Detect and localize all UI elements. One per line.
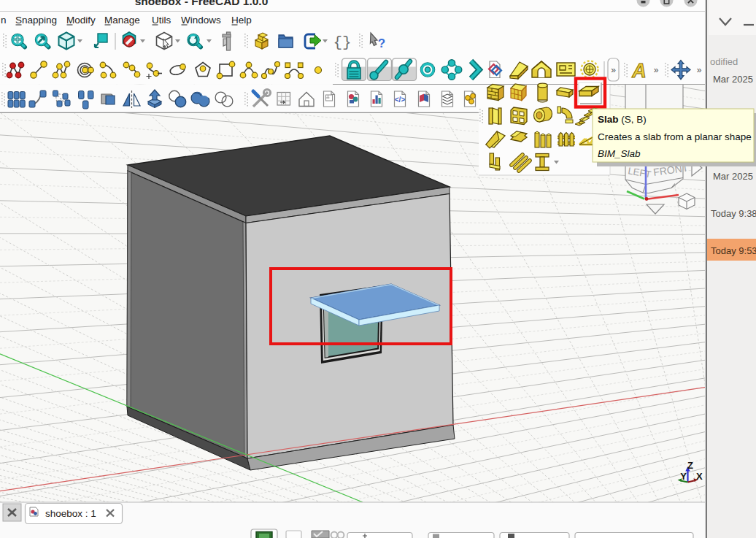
svg-text:shoebox : 1: shoebox : 1 xyxy=(45,508,96,519)
svg-text:?: ? xyxy=(378,36,385,50)
svg-text:Windows: Windows xyxy=(181,15,221,26)
svg-text:A: A xyxy=(631,60,647,82)
svg-text:Y: Y xyxy=(680,471,687,482)
svg-text:odified: odified xyxy=(710,56,738,67)
svg-text:Help: Help xyxy=(231,15,252,26)
svg-text:Manage: Manage xyxy=(104,15,140,26)
svg-text:Slab (S, B): Slab (S, B) xyxy=(598,114,647,125)
svg-text:Mar 2025: Mar 2025 xyxy=(713,171,753,182)
svg-text:»: » xyxy=(697,65,702,75)
svg-text:Today 9:38: Today 9:38 xyxy=(711,208,756,219)
svg-text:»: » xyxy=(611,65,616,75)
svg-text:Utils: Utils xyxy=(152,15,171,26)
svg-text:Z: Z xyxy=(687,460,693,471)
svg-text:X: X xyxy=(696,471,703,482)
svg-text:{}: {} xyxy=(333,34,351,51)
svg-text:BIM_Slab: BIM_Slab xyxy=(598,148,641,159)
svg-text:Mar 2025: Mar 2025 xyxy=(713,74,753,85)
svg-text:</>: </> xyxy=(395,96,406,104)
svg-text:Creates a slab from a planar s: Creates a slab from a planar shape xyxy=(598,131,752,142)
svg-text:Today 9:53: Today 9:53 xyxy=(711,245,756,256)
svg-text:»: » xyxy=(654,65,659,75)
svg-text:n: n xyxy=(1,15,7,26)
svg-text:Modify: Modify xyxy=(66,15,96,26)
svg-text:shoebox - FreeCAD 1.0.0: shoebox - FreeCAD 1.0.0 xyxy=(135,0,269,7)
svg-text:Snapping: Snapping xyxy=(15,15,57,26)
